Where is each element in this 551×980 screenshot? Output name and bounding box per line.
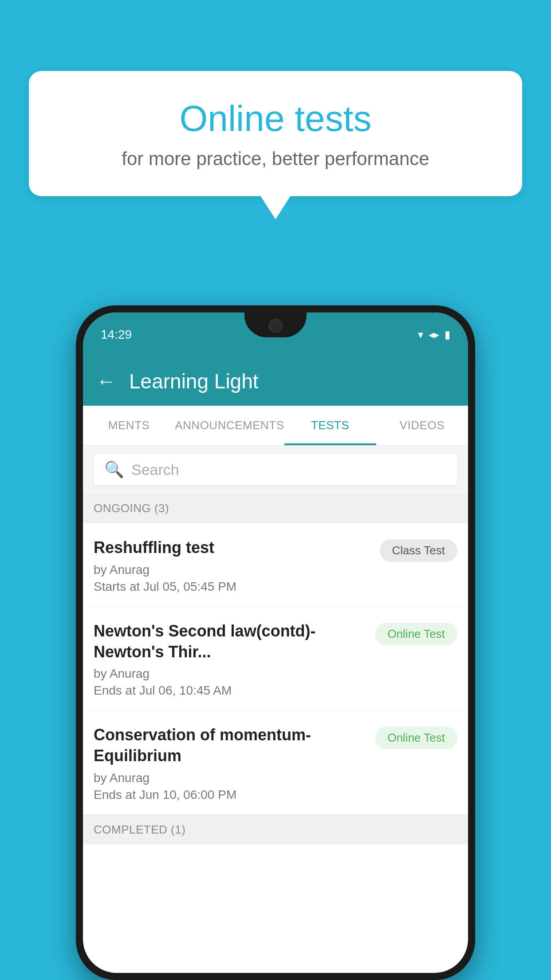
promo-subtitle: for more practice, better performance <box>64 148 487 170</box>
tab-announcements[interactable]: ANNOUNCEMENTS <box>175 406 284 445</box>
camera <box>268 319 283 333</box>
test-item-reshuffling[interactable]: Reshuffling test by Anurag Starts at Jul… <box>83 523 468 607</box>
test-date-2: Ends at Jul 06, 10:45 AM <box>94 684 368 698</box>
test-title-2: Newton's Second law(contd)-Newton's Thir… <box>94 621 368 663</box>
search-input[interactable]: Search <box>131 461 179 478</box>
test-info-3: Conservation of momentum-Equilibrium by … <box>94 725 368 802</box>
battery-icon: ▮ <box>445 328 450 341</box>
search-icon: 🔍 <box>104 460 124 479</box>
notch <box>244 312 307 337</box>
search-container: 🔍 Search <box>83 446 468 494</box>
signal-icon: ◂▸ <box>429 328 439 341</box>
app-bar: ← Learning Light <box>83 357 468 406</box>
section-ongoing-header: ONGOING (3) <box>83 494 468 523</box>
speech-bubble: Online tests for more practice, better p… <box>29 71 522 196</box>
badge-online-test-3: Online Test <box>375 727 457 749</box>
test-date-1: Starts at Jul 05, 05:45 PM <box>94 580 373 594</box>
app-bar-title: Learning Light <box>129 369 259 393</box>
test-info-1: Reshuffling test by Anurag Starts at Jul… <box>94 537 373 594</box>
test-title-1: Reshuffling test <box>94 537 373 558</box>
tab-videos[interactable]: VIDEOS <box>376 406 468 445</box>
badge-online-test-2: Online Test <box>375 623 457 645</box>
test-title-3: Conservation of momentum-Equilibrium <box>94 725 368 767</box>
status-bar: 14:29 ▾ ◂▸ ▮ <box>83 312 468 357</box>
tab-tests[interactable]: TESTS <box>284 406 376 445</box>
phone-device: 14:29 ▾ ◂▸ ▮ ← Learning Light MENTS <box>76 305 475 980</box>
search-bar[interactable]: 🔍 Search <box>94 454 457 486</box>
test-date-3: Ends at Jun 10, 06:00 PM <box>94 788 368 802</box>
back-button[interactable]: ← <box>96 370 116 392</box>
tab-ments[interactable]: MENTS <box>83 406 175 445</box>
test-by-3: by Anurag <box>94 771 368 785</box>
test-item-conservation[interactable]: Conservation of momentum-Equilibrium by … <box>83 711 468 815</box>
test-info-2: Newton's Second law(contd)-Newton's Thir… <box>94 621 368 698</box>
test-list-ongoing: Reshuffling test by Anurag Starts at Jul… <box>83 523 468 815</box>
status-icons: ▾ ◂▸ ▮ <box>418 328 450 341</box>
section-completed-header: COMPLETED (1) <box>83 815 468 845</box>
test-item-newton[interactable]: Newton's Second law(contd)-Newton's Thir… <box>83 607 468 711</box>
test-by-2: by Anurag <box>94 667 368 681</box>
wifi-icon: ▾ <box>418 328 423 341</box>
badge-class-test-1: Class Test <box>380 539 457 562</box>
status-time: 14:29 <box>101 328 132 342</box>
promo-card: Online tests for more practice, better p… <box>29 71 522 196</box>
phone-screen: 14:29 ▾ ◂▸ ▮ ← Learning Light MENTS <box>83 312 468 973</box>
tabs-bar: MENTS ANNOUNCEMENTS TESTS VIDEOS <box>83 406 468 446</box>
test-by-1: by Anurag <box>94 563 373 577</box>
phone-body: 14:29 ▾ ◂▸ ▮ ← Learning Light MENTS <box>76 305 475 980</box>
promo-title: Online tests <box>64 98 487 139</box>
